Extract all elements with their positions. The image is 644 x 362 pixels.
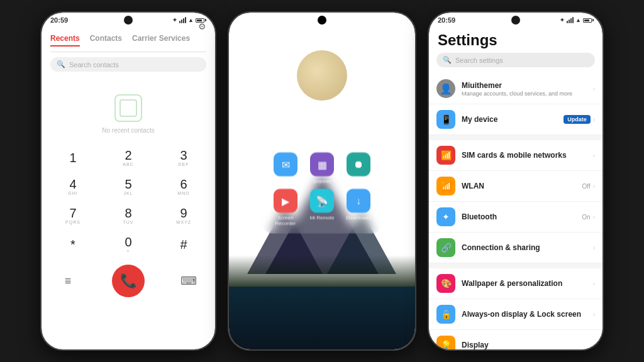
wifi-icon-home: ▲ — [388, 17, 394, 23]
folder-app-mail[interactable]: ✉ Mail — [270, 153, 301, 184]
downloads-icon: ↓ — [347, 189, 370, 213]
miuithemer-content: Miuithemer Manage accounts, cloud servic… — [462, 81, 587, 97]
keyboard-button[interactable]: ⌨ — [175, 267, 203, 295]
chevron-display: › — [593, 342, 595, 349]
contacts-empty-icon — [114, 94, 142, 122]
dialpad-actions: ≡ 📞 ⌨ — [42, 260, 215, 297]
status-icons: ✦ ▲ — [172, 17, 206, 23]
folder-app-recorder[interactable]: ⏺ Recorder — [343, 153, 374, 184]
wlan-title: WLAN — [462, 182, 576, 190]
bluetooth-content: Bluetooth — [462, 212, 575, 221]
status-time-settings: 20:59 — [438, 16, 455, 24]
bluetooth-setting-icon: ✦ — [436, 207, 455, 226]
spacer-2 — [429, 263, 602, 268]
bluetooth-title: Bluetooth — [462, 212, 575, 221]
bluetooth-right: On › — [582, 214, 595, 221]
wlan-content: WLAN — [462, 182, 576, 190]
no-contacts-area: No recent contacts — [42, 77, 215, 144]
phone-settings: 20:59 ✦ ▲ Settings 🔍 Search settings — [428, 11, 604, 351]
mi-remote-icon: 📡 — [310, 189, 334, 213]
key-1[interactable]: 1 — [54, 144, 92, 172]
lock-screen-content: Always-on display & Lock screen — [462, 310, 587, 319]
key-8[interactable]: 8TUV — [109, 202, 147, 229]
settings-item-my-device[interactable]: 📱 My device Update › — [429, 104, 602, 135]
power-button[interactable] — [215, 88, 216, 119]
folder-app-screen-recorder[interactable]: ▶ Screen Recorder — [270, 189, 301, 226]
notch — [124, 16, 133, 25]
settings-search-placeholder: Search settings — [455, 57, 503, 64]
call-button[interactable]: 📞 — [112, 265, 145, 297]
tools-folder[interactable]: Tools ✉ Mail ▦ Scanner ⏺ Recorder ▶ Scre… — [262, 129, 382, 234]
mail-icon: ✉ — [274, 153, 297, 177]
key-2[interactable]: 2ABC — [109, 144, 147, 172]
display-icon: 💡 — [436, 336, 455, 349]
key-5[interactable]: 5JKL — [109, 173, 147, 200]
screen-recorder-icon: ▶ — [274, 189, 297, 213]
settings-item-wallpaper[interactable]: 🎨 Wallpaper & personalization › — [429, 268, 602, 299]
dialpad-row-2: 4GHI 5JKL 6MNO — [54, 173, 203, 200]
miuithemer-icon: 👤 — [436, 79, 455, 98]
power-button-2[interactable] — [415, 88, 416, 119]
screen-recorder-label: Screen Recorder — [270, 215, 301, 226]
chevron-bluetooth: › — [593, 214, 595, 221]
no-contacts-text: No recent contacts — [102, 127, 154, 134]
tab-recents[interactable]: Recents — [50, 34, 80, 47]
miuithemer-sub: Manage accounts, cloud services, and mor… — [462, 90, 587, 97]
my-device-right: Update › — [564, 115, 595, 124]
battery-icon-settings — [583, 18, 594, 23]
key-6[interactable]: 6MNO — [165, 173, 203, 200]
sim-content: SIM cards & mobile networks — [462, 151, 587, 160]
key-9[interactable]: 9WXYZ — [165, 202, 203, 229]
signal-icon-settings — [567, 17, 574, 23]
phone-home: 20:59 ✦ ▲ Tools ✉ Mail — [228, 11, 416, 351]
scanner-label: Scanner — [313, 178, 331, 184]
spacer-1 — [429, 135, 602, 140]
chevron-my-device: › — [593, 116, 595, 123]
settings-item-connection[interactable]: 🔗 Connection & sharing › — [429, 233, 602, 263]
folder-app-scanner[interactable]: ▦ Scanner — [306, 153, 338, 184]
battery-icon-home — [396, 18, 406, 23]
water-decoration — [229, 287, 415, 349]
key-4[interactable]: 4GHI — [54, 173, 92, 200]
sim-icon: 📶 — [436, 146, 455, 165]
settings-item-display[interactable]: 💡 Display › — [429, 330, 602, 349]
settings-item-miuithemer[interactable]: 👤 Miuithemer Manage accounts, cloud serv… — [429, 74, 602, 104]
mi-remote-label: Mi Remote — [310, 215, 335, 221]
folder-app-downloads[interactable]: ↓ Downloads — [343, 189, 374, 226]
settings-item-wlan[interactable]: 📶 WLAN Off › — [429, 171, 602, 202]
lock-screen-title: Always-on display & Lock screen — [462, 310, 587, 319]
recorder-icon: ⏺ — [347, 153, 370, 177]
downloads-label: Downloads — [346, 215, 371, 221]
recorder-label: Recorder — [348, 178, 369, 184]
folder-title: Tools — [270, 136, 374, 146]
status-bar-settings: 20:59 ✦ ▲ — [429, 13, 602, 26]
dialpad-row-1: 1 2ABC 3DEF — [54, 144, 203, 172]
tab-contacts[interactable]: Contacts — [90, 34, 122, 47]
settings-list: 👤 Miuithemer Manage accounts, cloud serv… — [429, 74, 602, 349]
wallpaper-title: Wallpaper & personalization — [462, 279, 587, 288]
tab-carrier[interactable]: Carrier Services — [132, 34, 190, 47]
phone-dialer: 20:59 ✦ ▲ ⚙ Recents Contacts — [40, 11, 216, 351]
dialpad-row-3: 7PQRS 8TUV 9WXYZ — [54, 202, 203, 229]
update-badge[interactable]: Update — [564, 115, 591, 124]
wifi-icon-settings: ▲ — [575, 17, 581, 23]
key-3[interactable]: 3DEF — [165, 144, 203, 172]
settings-item-sim[interactable]: 📶 SIM cards & mobile networks › — [429, 140, 602, 171]
bluetooth-icon-settings: ✦ — [560, 17, 565, 23]
wlan-icon: 📶 — [436, 177, 455, 195]
settings-search-bar[interactable]: 🔍 Search settings — [436, 53, 595, 67]
contacts-search-bar[interactable]: 🔍 Search contacts — [50, 57, 206, 72]
settings-item-lock-screen[interactable]: 🔒 Always-on display & Lock screen › — [429, 299, 602, 330]
menu-button[interactable]: ≡ — [54, 267, 82, 295]
my-device-title: My device — [462, 115, 557, 124]
power-button-3[interactable] — [602, 88, 604, 119]
notch-settings — [511, 16, 520, 25]
key-0[interactable]: 0+ — [109, 231, 147, 258]
key-star[interactable]: * — [54, 231, 92, 258]
settings-item-bluetooth[interactable]: ✦ Bluetooth On › — [429, 202, 602, 233]
status-bar-home: 20:59 ✦ ▲ — [229, 13, 415, 26]
key-7[interactable]: 7PQRS — [54, 202, 92, 229]
folder-app-mi-remote[interactable]: 📡 Mi Remote — [306, 189, 338, 226]
key-hash[interactable]: # — [165, 231, 203, 258]
bluetooth-icon-home: ✦ — [372, 17, 377, 23]
